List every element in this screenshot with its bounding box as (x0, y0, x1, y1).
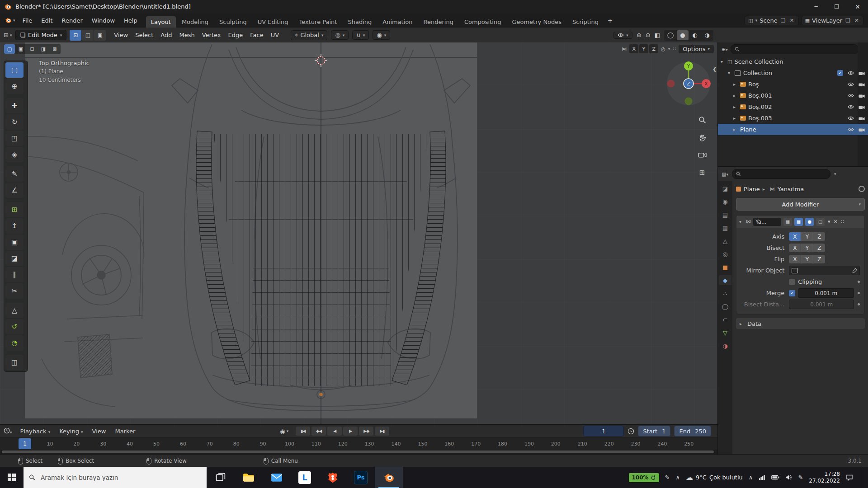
menu-item[interactable]: File (18, 17, 37, 24)
material-shading-icon[interactable]: ◐ (689, 30, 701, 40)
drag-handle-icon[interactable]: ∷ (841, 219, 844, 225)
collection-row[interactable]: ▾ Collection ✓ (718, 67, 868, 79)
modifiers-tab[interactable]: ◆ (719, 275, 731, 285)
viewlayer-selector[interactable]: ▦ ViewLayer ❏ × (802, 16, 863, 25)
mirror-axis-button[interactable]: Z (649, 44, 658, 53)
outliner-editor-icon[interactable]: ⊞▾ (722, 47, 728, 52)
breadcrumb-modifier[interactable]: Yansıtma (778, 186, 804, 192)
close-button[interactable]: ✕ (847, 0, 868, 13)
extras-dropdown-icon[interactable]: ▾ (828, 219, 830, 225)
eyedropper-icon[interactable] (852, 268, 857, 273)
outliner-item[interactable]: ▸ Boş.001 (718, 90, 868, 101)
delete-scene-icon[interactable]: × (789, 17, 795, 23)
workspace-tab[interactable]: UV Editing (253, 16, 293, 28)
task-view-button[interactable] (207, 467, 235, 488)
mirror-object-field[interactable] (789, 266, 860, 275)
hide-eye-icon[interactable] (848, 82, 854, 86)
select-mode-invert-icon[interactable]: ◨ (38, 44, 49, 54)
outliner-item[interactable]: ▸ Plane (718, 124, 868, 135)
output-tab[interactable]: ▤ (719, 210, 731, 220)
timeline-ruler[interactable]: 10 20 30 40 50 60 70 80 (0, 437, 717, 450)
render-tab[interactable]: ◉ (719, 197, 731, 206)
viewlayer-tab[interactable]: ▦ (719, 223, 731, 233)
ldplayer-icon[interactable]: L (291, 467, 319, 488)
workspace-tab[interactable]: Texture Paint (294, 16, 342, 28)
disclosure-icon[interactable]: ▸ (733, 93, 738, 98)
exclude-checkbox[interactable]: ✓ (837, 70, 843, 76)
data-tab[interactable]: ▽ (719, 328, 731, 338)
workspace-tab[interactable]: Scripting (567, 16, 604, 28)
proportional-editing-dropdown[interactable]: ◉ ▾ (373, 30, 390, 40)
tool-add-cube[interactable]: ⊞ (5, 202, 24, 217)
menu-item[interactable]: Mesh (176, 32, 198, 38)
flip-y-button[interactable]: Y (801, 255, 813, 263)
navigation-gizmo[interactable]: Y X Z (664, 59, 713, 108)
modifier-name-field[interactable]: Ya... (753, 218, 781, 226)
axis-y-button[interactable]: Y (801, 232, 813, 241)
tool-extrude-region[interactable]: ↥ (5, 218, 24, 234)
show-on-cage-toggle[interactable]: ▦ (783, 218, 792, 226)
end-frame-field[interactable]: End 250 (674, 426, 711, 436)
disclosure-icon[interactable]: ▸ (733, 127, 738, 132)
marker-menu[interactable]: Marker (110, 428, 140, 435)
menu-item[interactable]: Face (246, 32, 267, 38)
hide-eye-icon[interactable] (848, 105, 854, 109)
menu-item[interactable]: Select (132, 32, 157, 38)
play-icon[interactable]: ▶ (343, 427, 358, 436)
bisect-z-button[interactable]: Z (813, 244, 825, 252)
volume-icon[interactable] (785, 474, 792, 480)
collapse-panel-arrow[interactable]: ❮ (712, 66, 717, 72)
add-workspace-button[interactable]: + (604, 17, 616, 24)
prev-keyframe-icon[interactable]: ◆◀ (311, 427, 326, 436)
3d-viewport[interactable]: ▢ ▣ ⊟ ◨ ⊠ ⋈ (0, 42, 717, 424)
chevron-up-icon[interactable]: ∧ (676, 474, 680, 481)
menu-item[interactable]: Edge (225, 32, 247, 38)
add-modifier-button[interactable]: Add Modifier ▾ (736, 198, 865, 211)
material-tab[interactable]: ◑ (719, 341, 731, 351)
axis-z-button[interactable]: Z (813, 232, 825, 241)
workspace-tab[interactable]: Animation (377, 16, 417, 28)
disable-render-icon[interactable] (859, 94, 865, 98)
maximize-button[interactable]: ❐ (826, 0, 847, 13)
constraints-tab[interactable]: ⊂ (719, 314, 731, 324)
delete-viewlayer-icon[interactable]: × (854, 17, 860, 23)
vertex-select-icon[interactable]: ⊡ (70, 30, 81, 41)
view-menu[interactable]: View (88, 428, 111, 435)
disable-render-icon[interactable] (859, 116, 865, 121)
rendered-shading-icon[interactable]: ◑ (701, 30, 713, 40)
workspace-tab[interactable]: Sculpting (214, 16, 252, 28)
jump-to-end-icon[interactable]: ▶▮ (375, 427, 389, 436)
hidden-icons-chevron[interactable]: ∧ (749, 474, 753, 481)
tool-poly-build[interactable]: △ (5, 303, 24, 318)
tool-tab[interactable]: ◪ (719, 183, 731, 193)
menu-item[interactable]: UV (267, 32, 283, 38)
mode-dropdown[interactable]: ❏ Edit Mode ▾ (15, 30, 66, 40)
camera-view-icon[interactable] (696, 149, 708, 161)
bisect-distance-field[interactable]: 0.001 m (789, 300, 854, 309)
timeline-editor-icon[interactable]: ▾ (0, 427, 16, 435)
tool-spin[interactable]: ↺ (5, 319, 24, 334)
mirror-axis-button[interactable]: X (629, 44, 638, 53)
minimize-button[interactable]: ─ (806, 0, 826, 13)
animate-dot-icon[interactable] (858, 281, 860, 283)
battery-tray-icon[interactable] (771, 475, 779, 480)
show-in-editmode-toggle[interactable]: ▦ (794, 218, 803, 226)
properties-editor-icon[interactable]: ▤▾ (722, 171, 728, 177)
scene-tab[interactable]: △ (719, 236, 731, 246)
playback-menu[interactable]: Playback ▾ (16, 428, 55, 435)
delete-modifier-icon[interactable]: ✕ (834, 219, 838, 225)
tool-annotate[interactable]: ✎ (5, 166, 24, 182)
tool-rotate[interactable]: ↻ (5, 114, 24, 130)
flip-z-button[interactable]: Z (813, 255, 825, 263)
outliner-item[interactable]: ▸ Boş (718, 79, 868, 90)
tool-transform[interactable]: ◈ (5, 147, 24, 162)
show-desktop-button[interactable] (861, 467, 863, 488)
select-mode-new-icon[interactable]: ▢ (4, 44, 15, 54)
tool-cursor[interactable]: ⊕ (5, 79, 24, 94)
disable-render-icon[interactable] (859, 71, 865, 75)
auto-keying-toggle[interactable]: ◉ ▾ (280, 428, 288, 435)
axis-x-button[interactable]: X (789, 232, 801, 241)
properties-search[interactable] (732, 169, 830, 179)
menu-item[interactable]: Add (157, 32, 175, 38)
timeline-scrollbar[interactable] (0, 450, 717, 454)
